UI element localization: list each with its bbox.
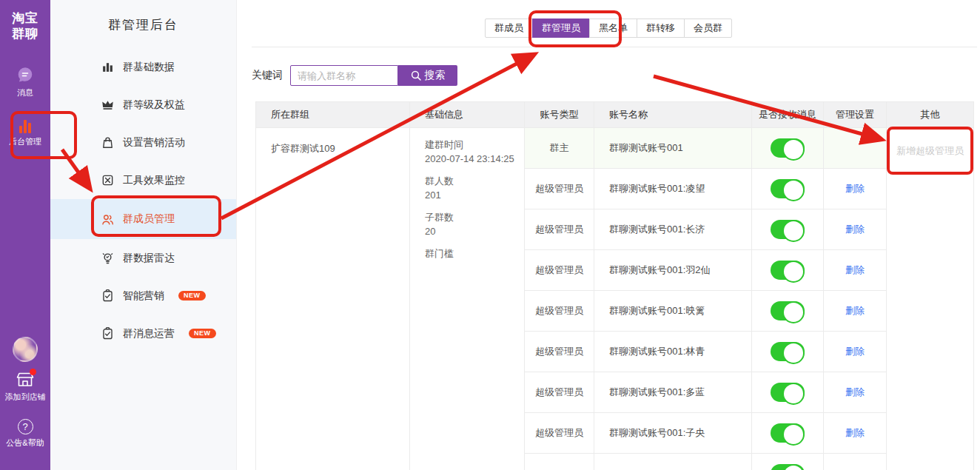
- delete-link[interactable]: 删除: [845, 346, 865, 357]
- sidebar-item-group-members[interactable]: 群成员管理: [50, 199, 236, 239]
- receive-message-toggle[interactable]: [771, 383, 805, 402]
- group-name-input[interactable]: [290, 65, 398, 86]
- logo-line1: 淘宝: [0, 10, 50, 26]
- search-icon: [411, 70, 421, 81]
- chart-bars-icon: [101, 61, 114, 73]
- radar-bulb-icon: [101, 252, 114, 264]
- info-label: 群人数: [425, 174, 518, 188]
- account-type-cell: 超级管理员: [525, 413, 594, 454]
- manage-cell: 删除: [824, 209, 887, 250]
- receive-message-toggle[interactable]: [771, 301, 805, 320]
- notification-dot: [30, 369, 36, 375]
- receive-message-toggle[interactable]: [771, 179, 805, 198]
- col-basic-info: 基础信息: [410, 102, 525, 128]
- search-bar: 关键词 搜索: [252, 65, 457, 86]
- admins-table: 所在群组 基础信息 账号类型 账号名称 是否接收消息 管理设置 其他 扩容群测试…: [255, 101, 974, 470]
- account-name-cell: 群聊测试账号001:子央: [594, 413, 752, 454]
- admin-sidebar: 群管理后台 群基础数据 群等级及权益 设置营销活动: [50, 0, 237, 470]
- toggle-cell: [752, 209, 824, 250]
- toggle-cell: [752, 413, 824, 454]
- delete-link[interactable]: 删除: [845, 224, 865, 235]
- clipboard-check-icon: [101, 327, 114, 340]
- tab-group-transfer[interactable]: 群转移: [637, 19, 685, 38]
- tab-member-groups[interactable]: 会员群: [684, 19, 732, 38]
- manage-cell: 删除: [824, 372, 887, 413]
- info-value: 2020-07-14 23:14:25: [425, 152, 518, 166]
- col-group: 所在群组: [256, 102, 410, 128]
- info-value: 201: [425, 188, 518, 202]
- rail-item-shop-logo[interactable]: [0, 337, 50, 362]
- rail-item-messages[interactable]: 消息: [0, 65, 50, 97]
- col-account-name: 账号名称: [594, 102, 752, 128]
- rail-item-help[interactable]: ? 公告&帮助: [0, 419, 50, 447]
- receive-message-toggle[interactable]: [771, 423, 805, 443]
- search-button-label: 搜索: [425, 69, 446, 82]
- manage-cell: 删除: [824, 332, 887, 372]
- nav-label: 群等级及权益: [123, 98, 185, 112]
- new-badge: NEW: [178, 291, 206, 301]
- col-receive-message: 是否接收消息: [752, 102, 824, 128]
- sidebar-item-group-data[interactable]: 群基础数据: [50, 48, 236, 86]
- delete-link[interactable]: 删除: [845, 386, 865, 397]
- account-type-cell: 超级管理员: [525, 291, 594, 332]
- account-type-cell: 群主: [525, 128, 594, 169]
- table-header-row: 所在群组 基础信息 账号类型 账号名称 是否接收消息 管理设置 其他: [256, 102, 974, 128]
- rail-item-add-to-store[interactable]: 添加到店铺: [0, 371, 50, 401]
- receive-message-toggle[interactable]: [771, 464, 805, 470]
- account-name-cell: 群聊测试账号001:林青: [594, 332, 752, 372]
- sidebar-item-tool-monitor[interactable]: 工具效果监控: [50, 161, 236, 199]
- receive-message-toggle[interactable]: [771, 342, 805, 361]
- sidebar-item-group-level[interactable]: 群等级及权益: [50, 86, 236, 124]
- manage-cell: [824, 454, 887, 470]
- nav-label: 工具效果监控: [123, 174, 185, 187]
- tab-bar: 群成员 群管理员 黑名单 群转移 会员群: [237, 19, 980, 38]
- nav-label: 群成员管理: [123, 212, 175, 226]
- info-value: 20: [425, 224, 518, 238]
- account-type-cell: 超级管理员: [525, 372, 594, 413]
- account-type-cell: 超级管理员: [525, 169, 594, 209]
- delete-link[interactable]: 删除: [845, 183, 865, 194]
- receive-message-toggle[interactable]: [771, 261, 805, 280]
- manage-cell: 删除: [824, 250, 887, 291]
- account-type-cell: 超级管理员: [525, 209, 594, 250]
- search-button[interactable]: 搜索: [398, 65, 457, 86]
- toggle-cell: [752, 372, 824, 413]
- info-label: 建群时间: [425, 138, 518, 152]
- delete-link[interactable]: 删除: [845, 305, 865, 316]
- delete-link[interactable]: 删除: [845, 427, 865, 438]
- messages-label: 消息: [17, 88, 33, 97]
- tab-blacklist[interactable]: 黑名单: [589, 19, 637, 38]
- delete-link[interactable]: 删除: [845, 264, 865, 275]
- col-account-type: 账号类型: [525, 102, 594, 128]
- shop-avatar: [13, 337, 38, 362]
- logo-line2: 群聊: [0, 26, 50, 41]
- sidebar-item-message-ops[interactable]: 群消息运营 NEW: [50, 315, 236, 352]
- account-type-cell: [525, 454, 594, 470]
- tab-group-admins[interactable]: 群管理员: [532, 19, 590, 38]
- account-name-cell: 群聊测试账号001:映篱: [594, 291, 752, 332]
- sidebar-item-marketing-activity[interactable]: 设置营销活动: [50, 124, 236, 161]
- nav-label: 群数据雷达: [123, 252, 175, 265]
- sidebar-item-smart-marketing[interactable]: 智能营销 NEW: [50, 277, 236, 315]
- message-bubble-icon: [16, 65, 35, 84]
- account-name-cell: 群聊测试账号001:羽2仙: [594, 250, 752, 291]
- help-icon: ?: [18, 419, 33, 434]
- add-super-admin-link[interactable]: 新增超级管理员: [896, 145, 964, 156]
- account-name-cell: 群聊测试账号001:多蓝: [594, 372, 752, 413]
- account-type-cell: 超级管理员: [525, 332, 594, 372]
- receive-message-toggle[interactable]: [771, 220, 805, 239]
- sidebar-item-data-radar[interactable]: 群数据雷达: [50, 239, 236, 277]
- header-divider: [252, 47, 977, 47]
- members-icon: [101, 213, 114, 226]
- receive-message-toggle[interactable]: [771, 138, 805, 158]
- crown-icon: [101, 98, 114, 111]
- toggle-cell: [752, 291, 824, 332]
- tab-group-members[interactable]: 群成员: [485, 19, 533, 38]
- account-name-cell: [594, 454, 752, 470]
- rail-item-admin[interactable]: 后台管理: [0, 118, 50, 146]
- info-label: 群门槛: [425, 246, 518, 261]
- account-name-cell: 群聊测试账号001:凌望: [594, 169, 752, 209]
- clipboard-check-icon: [101, 289, 114, 302]
- add-to-store-label: 添加到店铺: [5, 392, 46, 401]
- nav-label: 群基础数据: [123, 61, 175, 74]
